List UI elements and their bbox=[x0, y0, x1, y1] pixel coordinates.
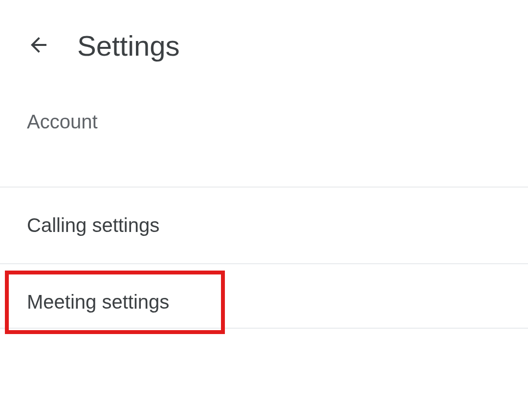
menu-item-label: Meeting settings bbox=[27, 291, 169, 313]
section-account-label: Account bbox=[27, 111, 98, 132]
menu-item-label: Calling settings bbox=[27, 214, 159, 236]
header: Settings bbox=[0, 0, 528, 86]
menu-item-calling-settings[interactable]: Calling settings bbox=[0, 188, 528, 264]
menu-item-meeting-settings[interactable]: Meeting settings bbox=[0, 276, 528, 329]
arrow-left-icon bbox=[27, 33, 50, 58]
back-button[interactable] bbox=[27, 33, 50, 58]
page-title: Settings bbox=[77, 29, 180, 62]
section-account[interactable]: Account bbox=[0, 86, 528, 188]
